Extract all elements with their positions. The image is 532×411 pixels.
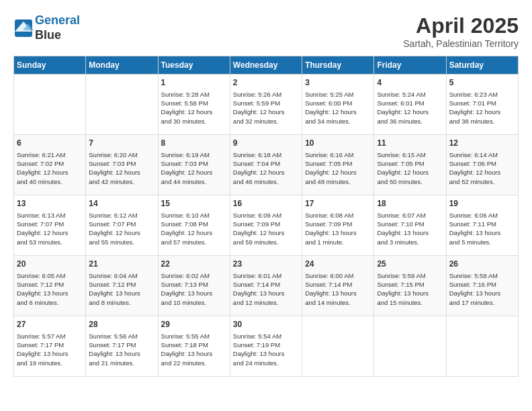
day-number: 6	[17, 138, 83, 149]
day-info: Sunrise: 6:23 AM Sunset: 7:01 PM Dayligh…	[449, 90, 515, 126]
day-cell: 26Sunrise: 5:58 AM Sunset: 7:16 PM Dayli…	[446, 256, 518, 316]
dow-header-friday: Friday	[374, 56, 446, 75]
calendar-body: 1Sunrise: 5:28 AM Sunset: 5:58 PM Daylig…	[14, 75, 519, 377]
week-row-4: 20Sunrise: 6:05 AM Sunset: 7:12 PM Dayli…	[14, 256, 519, 316]
day-info: Sunrise: 6:18 AM Sunset: 7:04 PM Dayligh…	[233, 150, 299, 186]
day-cell: 29Sunrise: 5:55 AM Sunset: 7:18 PM Dayli…	[158, 316, 230, 377]
day-number: 7	[89, 138, 154, 149]
day-info: Sunrise: 6:09 AM Sunset: 7:09 PM Dayligh…	[233, 211, 299, 246]
day-cell: 6Sunrise: 6:21 AM Sunset: 7:02 PM Daylig…	[14, 135, 86, 195]
day-info: Sunrise: 5:26 AM Sunset: 5:59 PM Dayligh…	[233, 90, 299, 126]
day-cell: 15Sunrise: 6:10 AM Sunset: 7:08 PM Dayli…	[158, 195, 230, 256]
days-of-week-row: SundayMondayTuesdayWednesdayThursdayFrid…	[14, 56, 519, 75]
logo-general: General	[35, 13, 80, 27]
day-cell: 24Sunrise: 6:00 AM Sunset: 7:14 PM Dayli…	[302, 256, 374, 316]
day-cell: 23Sunrise: 6:01 AM Sunset: 7:14 PM Dayli…	[230, 256, 302, 316]
logo: General Blue	[13, 13, 80, 42]
day-info: Sunrise: 6:13 AM Sunset: 7:07 PM Dayligh…	[17, 211, 83, 246]
calendar-table: SundayMondayTuesdayWednesdayThursdayFrid…	[13, 56, 519, 377]
day-number: 29	[161, 319, 227, 330]
day-cell: 1Sunrise: 5:28 AM Sunset: 5:58 PM Daylig…	[158, 75, 230, 135]
day-cell: 18Sunrise: 6:07 AM Sunset: 7:10 PM Dayli…	[374, 195, 446, 256]
day-info: Sunrise: 6:10 AM Sunset: 7:08 PM Dayligh…	[161, 211, 227, 246]
day-number: 23	[233, 259, 299, 270]
day-cell: 27Sunrise: 5:57 AM Sunset: 7:17 PM Dayli…	[14, 316, 86, 377]
dow-header-tuesday: Tuesday	[158, 56, 230, 75]
month-title: April 2025	[403, 13, 519, 38]
day-info: Sunrise: 5:24 AM Sunset: 6:01 PM Dayligh…	[377, 90, 443, 126]
day-number: 30	[233, 319, 299, 330]
day-info: Sunrise: 6:21 AM Sunset: 7:02 PM Dayligh…	[17, 150, 83, 186]
day-cell: 12Sunrise: 6:14 AM Sunset: 7:06 PM Dayli…	[446, 135, 518, 195]
day-cell: 3Sunrise: 5:25 AM Sunset: 6:00 PM Daylig…	[302, 75, 374, 135]
day-number: 12	[449, 138, 515, 149]
dow-header-sunday: Sunday	[14, 56, 86, 75]
day-info: Sunrise: 6:05 AM Sunset: 7:12 PM Dayligh…	[17, 271, 83, 307]
day-info: Sunrise: 6:20 AM Sunset: 7:03 PM Dayligh…	[89, 150, 154, 186]
page-header: General Blue April 2025 Sartah, Palestin…	[13, 13, 519, 49]
logo-text: General Blue	[35, 13, 80, 42]
week-row-2: 6Sunrise: 6:21 AM Sunset: 7:02 PM Daylig…	[14, 135, 519, 195]
day-number: 15	[161, 198, 227, 210]
logo-icon	[13, 18, 34, 38]
day-cell: 14Sunrise: 6:12 AM Sunset: 7:07 PM Dayli…	[86, 195, 158, 256]
day-cell	[446, 316, 518, 377]
day-cell: 28Sunrise: 5:56 AM Sunset: 7:17 PM Dayli…	[86, 316, 158, 377]
day-cell: 9Sunrise: 6:18 AM Sunset: 7:04 PM Daylig…	[230, 135, 302, 195]
location-subtitle: Sartah, Palestinian Territory	[403, 38, 519, 49]
day-number: 20	[17, 259, 83, 270]
day-info: Sunrise: 6:15 AM Sunset: 7:05 PM Dayligh…	[377, 150, 443, 186]
day-cell: 21Sunrise: 6:04 AM Sunset: 7:12 PM Dayli…	[86, 256, 158, 316]
day-info: Sunrise: 6:12 AM Sunset: 7:07 PM Dayligh…	[89, 211, 154, 246]
day-number: 1	[161, 77, 227, 89]
day-number: 19	[449, 198, 515, 210]
dow-header-thursday: Thursday	[302, 56, 374, 75]
day-number: 27	[17, 319, 83, 330]
day-info: Sunrise: 5:25 AM Sunset: 6:00 PM Dayligh…	[305, 90, 371, 126]
logo-blue: Blue	[35, 28, 80, 43]
day-cell: 30Sunrise: 5:54 AM Sunset: 7:19 PM Dayli…	[230, 316, 302, 377]
day-info: Sunrise: 6:14 AM Sunset: 7:06 PM Dayligh…	[449, 150, 515, 186]
day-number: 13	[17, 198, 83, 210]
day-cell: 25Sunrise: 5:59 AM Sunset: 7:15 PM Dayli…	[374, 256, 446, 316]
day-number: 26	[449, 259, 515, 270]
day-info: Sunrise: 5:55 AM Sunset: 7:18 PM Dayligh…	[161, 332, 227, 367]
day-cell: 16Sunrise: 6:09 AM Sunset: 7:09 PM Dayli…	[230, 195, 302, 256]
day-number: 24	[305, 259, 371, 270]
day-info: Sunrise: 6:07 AM Sunset: 7:10 PM Dayligh…	[377, 211, 443, 246]
day-cell: 22Sunrise: 6:02 AM Sunset: 7:13 PM Dayli…	[158, 256, 230, 316]
day-info: Sunrise: 5:54 AM Sunset: 7:19 PM Dayligh…	[233, 332, 299, 367]
day-number: 9	[233, 138, 299, 149]
day-cell: 11Sunrise: 6:15 AM Sunset: 7:05 PM Dayli…	[374, 135, 446, 195]
dow-header-saturday: Saturday	[446, 56, 518, 75]
day-number: 4	[377, 77, 443, 89]
day-cell	[86, 75, 158, 135]
week-row-5: 27Sunrise: 5:57 AM Sunset: 7:17 PM Dayli…	[14, 316, 519, 377]
day-info: Sunrise: 6:04 AM Sunset: 7:12 PM Dayligh…	[89, 271, 154, 307]
day-cell: 4Sunrise: 5:24 AM Sunset: 6:01 PM Daylig…	[374, 75, 446, 135]
dow-header-monday: Monday	[86, 56, 158, 75]
day-cell	[14, 75, 86, 135]
day-number: 16	[233, 198, 299, 210]
day-number: 3	[305, 77, 371, 89]
day-cell: 10Sunrise: 6:16 AM Sunset: 7:05 PM Dayli…	[302, 135, 374, 195]
day-info: Sunrise: 6:01 AM Sunset: 7:14 PM Dayligh…	[233, 271, 299, 307]
day-number: 22	[161, 259, 227, 270]
week-row-1: 1Sunrise: 5:28 AM Sunset: 5:58 PM Daylig…	[14, 75, 519, 135]
day-info: Sunrise: 6:16 AM Sunset: 7:05 PM Dayligh…	[305, 150, 371, 186]
day-cell: 13Sunrise: 6:13 AM Sunset: 7:07 PM Dayli…	[14, 195, 86, 256]
day-cell: 5Sunrise: 6:23 AM Sunset: 7:01 PM Daylig…	[446, 75, 518, 135]
day-number: 25	[377, 259, 443, 270]
day-cell: 19Sunrise: 6:06 AM Sunset: 7:11 PM Dayli…	[446, 195, 518, 256]
day-info: Sunrise: 5:28 AM Sunset: 5:58 PM Dayligh…	[161, 90, 227, 126]
day-number: 8	[161, 138, 227, 149]
day-number: 14	[89, 198, 154, 210]
day-number: 18	[377, 198, 443, 210]
day-number: 10	[305, 138, 371, 149]
day-info: Sunrise: 6:19 AM Sunset: 7:03 PM Dayligh…	[161, 150, 227, 186]
day-info: Sunrise: 6:06 AM Sunset: 7:11 PM Dayligh…	[449, 211, 515, 246]
day-info: Sunrise: 6:00 AM Sunset: 7:14 PM Dayligh…	[305, 271, 371, 307]
day-cell: 7Sunrise: 6:20 AM Sunset: 7:03 PM Daylig…	[86, 135, 158, 195]
day-info: Sunrise: 6:08 AM Sunset: 7:09 PM Dayligh…	[305, 211, 371, 246]
day-number: 5	[449, 77, 515, 89]
